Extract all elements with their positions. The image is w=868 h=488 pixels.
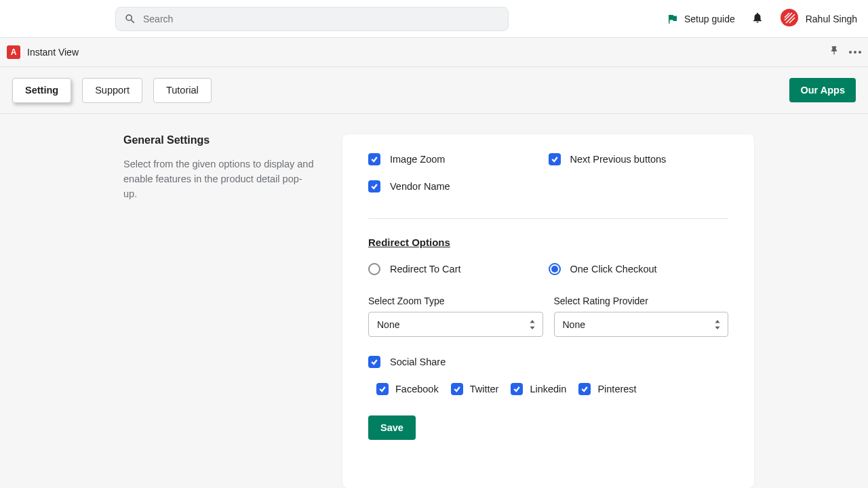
search-field[interactable] xyxy=(115,7,509,31)
setup-guide-label: Setup guide xyxy=(684,14,735,24)
tab-bar: Setting Support Tutorial Our Apps xyxy=(0,67,868,114)
label-linkedin[interactable]: Linkedin xyxy=(530,384,566,394)
select-rating-provider[interactable]: None xyxy=(554,312,729,337)
search-input[interactable] xyxy=(143,14,500,24)
flag-icon xyxy=(667,13,679,25)
label-twitter[interactable]: Twitter xyxy=(470,384,499,394)
label-facebook[interactable]: Facebook xyxy=(395,384,439,394)
app-logo: A xyxy=(7,45,20,59)
main-content: General Settings Select from the given o… xyxy=(0,114,868,488)
label-next-prev[interactable]: Next Previous buttons xyxy=(570,154,667,165)
avatar-icon xyxy=(780,8,799,29)
checkbox-twitter[interactable] xyxy=(451,383,463,395)
app-title: Instant View xyxy=(27,47,79,58)
search-icon xyxy=(124,13,136,25)
label-vendor-name[interactable]: Vendor Name xyxy=(390,181,450,192)
svg-point-0 xyxy=(781,9,798,26)
checkbox-next-prev[interactable] xyxy=(549,153,561,165)
top-header: Setup guide Rahul Singh xyxy=(0,0,868,38)
radio-one-click[interactable] xyxy=(549,263,561,275)
label-rating-provider: Select Rating Provider xyxy=(554,296,729,306)
tab-setting[interactable]: Setting xyxy=(12,78,71,103)
radio-redirect-cart[interactable] xyxy=(368,263,380,275)
checkbox-image-zoom[interactable] xyxy=(368,153,380,165)
checkbox-pinterest[interactable] xyxy=(578,383,591,395)
chevron-updown-icon xyxy=(714,320,721,329)
app-header: A Instant View xyxy=(0,38,868,67)
page-title: General Settings xyxy=(123,134,315,146)
select-rating-value: None xyxy=(563,319,585,330)
tab-tutorial[interactable]: Tutorial xyxy=(153,78,212,103)
save-button[interactable]: Save xyxy=(368,415,416,440)
label-pinterest[interactable]: Pinterest xyxy=(597,384,636,394)
section-header: General Settings Select from the given o… xyxy=(0,134,342,488)
our-apps-button[interactable]: Our Apps xyxy=(789,78,856,102)
checkbox-facebook[interactable] xyxy=(376,383,389,395)
label-one-click[interactable]: One Click Checkout xyxy=(570,264,657,274)
select-zoom-value: None xyxy=(377,319,399,330)
tab-support[interactable]: Support xyxy=(82,78,142,103)
user-name: Rahul Singh xyxy=(806,14,857,24)
select-zoom-type[interactable]: None xyxy=(368,312,543,337)
settings-card: Image Zoom Next Previous buttons Vendor … xyxy=(342,134,754,488)
section-redirect-title: Redirect Options xyxy=(368,237,728,248)
pin-icon xyxy=(829,45,840,56)
checkbox-linkedin[interactable] xyxy=(511,383,523,395)
more-menu-button[interactable] xyxy=(849,51,861,54)
user-profile[interactable]: Rahul Singh xyxy=(780,8,857,29)
label-image-zoom[interactable]: Image Zoom xyxy=(390,154,445,165)
checkbox-social-share[interactable] xyxy=(368,356,380,368)
setup-guide-link[interactable]: Setup guide xyxy=(667,13,735,25)
label-redirect-cart[interactable]: Redirect To Cart xyxy=(390,264,461,274)
checkbox-vendor-name[interactable] xyxy=(368,180,380,192)
label-zoom-type: Select Zoom Type xyxy=(368,296,543,306)
chevron-updown-icon xyxy=(529,320,536,329)
page-description: Select from the given options to display… xyxy=(123,157,315,201)
notifications-button[interactable] xyxy=(751,12,764,26)
label-social-share[interactable]: Social Share xyxy=(390,357,446,367)
pin-button[interactable] xyxy=(829,45,840,59)
bell-icon xyxy=(751,12,764,24)
